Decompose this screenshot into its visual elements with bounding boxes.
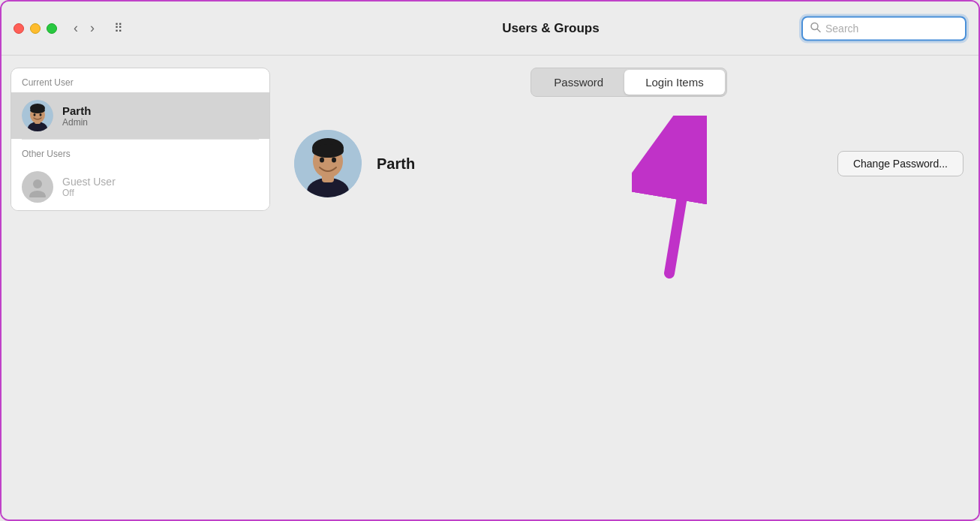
main-content: Current User <box>2 56 978 519</box>
search-input[interactable] <box>825 23 957 35</box>
tab-group: Password Login Items <box>531 68 726 97</box>
svg-point-9 <box>40 113 42 116</box>
svg-point-18 <box>320 158 324 163</box>
svg-point-11 <box>29 191 46 197</box>
parth-role: Admin <box>62 117 91 128</box>
svg-line-1 <box>817 29 820 32</box>
guest-avatar <box>22 171 53 203</box>
guest-name: Guest User <box>62 176 116 188</box>
svg-point-19 <box>332 158 336 163</box>
grid-button[interactable]: ⠿ <box>108 18 129 38</box>
tab-login-items[interactable]: Login Items <box>624 70 725 95</box>
titlebar: ‹ › ⠿ Users & Groups <box>2 2 978 56</box>
parth-name: Parth <box>62 104 91 117</box>
tab-password[interactable]: Password <box>533 70 624 95</box>
svg-point-10 <box>33 179 42 188</box>
close-button[interactable] <box>14 23 24 34</box>
change-password-button[interactable]: Change Password... <box>837 151 963 176</box>
tab-bar: Password Login Items <box>294 68 963 97</box>
maximize-button[interactable] <box>47 23 57 34</box>
user-card-name: Parth <box>377 155 822 173</box>
guest-user-info: Guest User Off <box>62 176 116 198</box>
sidebar-item-parth[interactable]: Parth Admin <box>11 92 269 139</box>
back-button[interactable]: ‹ <box>69 17 83 39</box>
svg-point-7 <box>30 107 45 113</box>
other-users-label: Other Users <box>11 140 269 164</box>
parth-user-info: Parth Admin <box>62 104 91 128</box>
nav-buttons: ‹ › <box>69 17 99 39</box>
avatar-parth <box>22 100 53 131</box>
forward-button[interactable]: › <box>86 17 99 39</box>
window: ‹ › ⠿ Users & Groups Current User <box>0 0 980 521</box>
search-container <box>801 16 966 41</box>
search-icon <box>810 22 821 35</box>
sidebar-panel: Current User <box>11 68 270 211</box>
user-card: Parth Change Password... <box>294 115 963 212</box>
guest-status: Off <box>62 188 116 198</box>
right-panel: Password Login Items <box>279 56 978 519</box>
sidebar: Current User <box>2 56 279 519</box>
sidebar-item-guest[interactable]: Guest User Off <box>11 164 269 210</box>
svg-point-8 <box>34 113 36 116</box>
svg-point-17 <box>312 144 344 158</box>
user-avatar-large <box>294 130 362 197</box>
traffic-lights <box>14 23 57 34</box>
current-user-label: Current User <box>11 68 269 92</box>
minimize-button[interactable] <box>30 23 41 34</box>
